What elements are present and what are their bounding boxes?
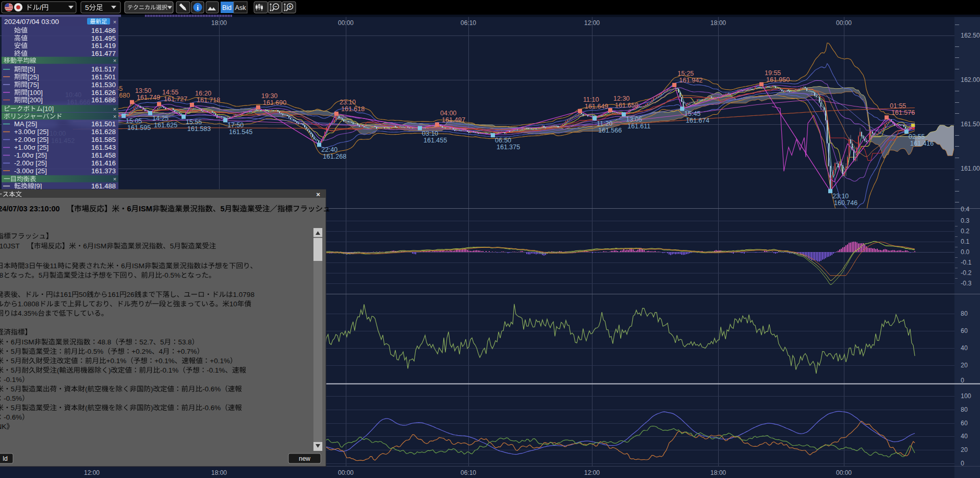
svg-text:0.1: 0.1	[961, 238, 970, 245]
svg-text:161.686: 161.686	[91, 96, 116, 104]
svg-text:18:00: 18:00	[710, 19, 726, 27]
svg-text:new: new	[299, 455, 310, 462]
svg-text:60: 60	[961, 327, 968, 334]
svg-text:100: 100	[961, 392, 971, 400]
svg-text:18:00: 18:00	[211, 469, 227, 476]
svg-text:×: ×	[316, 190, 320, 198]
svg-text:5: 5	[170, 242, 174, 250]
svg-text:40: 40	[961, 433, 968, 440]
svg-text:19:55: 19:55	[765, 69, 781, 77]
svg-text:6: 6	[83, 242, 87, 250]
svg-text:161.950: 161.950	[766, 76, 790, 83]
svg-text:1.0808: 1.0808	[18, 300, 39, 308]
svg-text:161.501: 161.501	[91, 73, 116, 81]
svg-text:00:00: 00:00	[338, 19, 354, 27]
svg-text:ld: ld	[3, 455, 7, 462]
svg-text:161.628: 161.628	[91, 128, 116, 136]
svg-text:22:40: 22:40	[321, 146, 337, 153]
svg-text:2024/07/04 03:00: 2024/07/04 03:00	[4, 18, 59, 26]
svg-text:161.718: 161.718	[197, 97, 220, 104]
svg-text:161.690: 161.690	[263, 99, 286, 106]
svg-text:26: 26	[127, 291, 135, 298]
svg-text:0.2: 0.2	[961, 228, 970, 235]
svg-text:+0.1%: +0.1%	[210, 357, 230, 365]
svg-text:48.8: 48.8	[98, 338, 111, 346]
svg-text:-0.1%: -0.1%	[207, 366, 225, 374]
svg-text:161.618: 161.618	[341, 105, 365, 113]
svg-text:0.4: 0.4	[961, 206, 970, 213]
svg-text:-1.00σ [25]: -1.00σ [25]	[14, 151, 47, 159]
svg-text:161.595: 161.595	[127, 124, 151, 132]
svg-text:0: 0	[961, 377, 964, 384]
svg-text:5: 5	[11, 348, 15, 355]
svg-text:13:05: 13:05	[626, 116, 642, 123]
svg-text:161.455: 161.455	[424, 137, 447, 144]
svg-text:+0.1%: +0.1%	[154, 357, 175, 365]
svg-text:06:10: 06:10	[461, 469, 476, 476]
svg-text:48.8: 48.8	[0, 271, 3, 279]
svg-text:161: 161	[108, 291, 120, 298]
svg-text:5: 5	[85, 4, 89, 11]
svg-text:6: 6	[127, 205, 131, 213]
svg-text:161.416: 161.416	[91, 159, 116, 167]
svg-text:161.545: 161.545	[229, 128, 252, 136]
svg-text:52.7: 52.7	[139, 338, 153, 346]
svg-text:15:25: 15:25	[677, 70, 694, 77]
svg-text:-3.00σ [25]: -3.00σ [25]	[14, 167, 47, 175]
svg-text:161.658: 161.658	[615, 102, 638, 109]
svg-text:161.585: 161.585	[91, 136, 116, 144]
svg-text:00:00: 00:00	[836, 19, 852, 27]
svg-text:-0.6%: -0.6%	[202, 385, 221, 393]
svg-text:-2.00σ [25]: -2.00σ [25]	[14, 159, 47, 167]
svg-text:01:55: 01:55	[890, 102, 906, 110]
svg-text:161.477: 161.477	[91, 50, 116, 57]
svg-text:6: 6	[121, 262, 125, 270]
svg-text:161.543: 161.543	[91, 144, 116, 151]
svg-text:13:50: 13:50	[135, 87, 151, 94]
svg-text:161.517: 161.517	[91, 65, 116, 73]
svg-text:161.749: 161.749	[137, 94, 160, 101]
svg-text:12:00: 12:00	[584, 469, 600, 476]
svg-text:161.497: 161.497	[442, 116, 465, 124]
svg-text:MA [25]: MA [25]	[14, 120, 37, 128]
svg-text:161.486: 161.486	[91, 27, 116, 34]
svg-text:23:10JST: 23:10JST	[0, 242, 20, 250]
svg-text:00:00: 00:00	[338, 469, 354, 476]
svg-text:-0.2: -0.2	[961, 269, 972, 277]
svg-text:+0.7%: +0.7%	[177, 348, 197, 355]
svg-text:5: 5	[11, 404, 15, 412]
svg-text:15:45: 15:45	[684, 110, 700, 117]
svg-text:161.625: 161.625	[154, 122, 177, 129]
svg-text:161.674: 161.674	[686, 117, 709, 124]
svg-text:10: 10	[229, 300, 237, 308]
svg-text:+1.00σ [25]: +1.00σ [25]	[14, 144, 49, 151]
svg-text:06:50: 06:50	[495, 137, 511, 144]
svg-text:17:50: 17:50	[227, 122, 244, 129]
svg-text:11:20: 11:20	[597, 120, 612, 127]
svg-text:4.35%: 4.35%	[18, 309, 38, 317]
svg-text:ISM: ISM	[22, 338, 34, 346]
svg-text:4: 4	[159, 348, 163, 355]
svg-text:161.649: 161.649	[585, 103, 608, 110]
svg-text:): )	[108, 366, 111, 374]
svg-text:23:10: 23:10	[832, 193, 849, 200]
svg-text:80: 80	[961, 310, 968, 317]
svg-text:6: 6	[11, 338, 15, 346]
svg-text:(: (	[57, 366, 59, 374]
svg-text:): )	[151, 404, 153, 412]
svg-text:+0.2%: +0.2%	[131, 348, 152, 355]
svg-text:-0.3: -0.3	[961, 280, 972, 287]
svg-text:0.0: 0.0	[961, 248, 970, 256]
svg-text:161: 161	[60, 291, 72, 298]
svg-text:[9]: [9]	[34, 182, 42, 190]
svg-text:3: 3	[25, 262, 29, 270]
svg-text:ISM: ISM	[139, 205, 152, 213]
svg-text:5: 5	[160, 338, 164, 346]
svg-text:161.611: 161.611	[627, 123, 650, 130]
svg-text:0: 0	[961, 460, 964, 467]
svg-text:/: /	[40, 4, 42, 11]
svg-text:-0.1%: -0.1%	[4, 376, 22, 384]
svg-text:-0.5%: -0.5%	[4, 395, 22, 402]
svg-text:-0.5%: -0.5%	[85, 348, 103, 355]
svg-text:-0.6%: -0.6%	[202, 404, 221, 412]
